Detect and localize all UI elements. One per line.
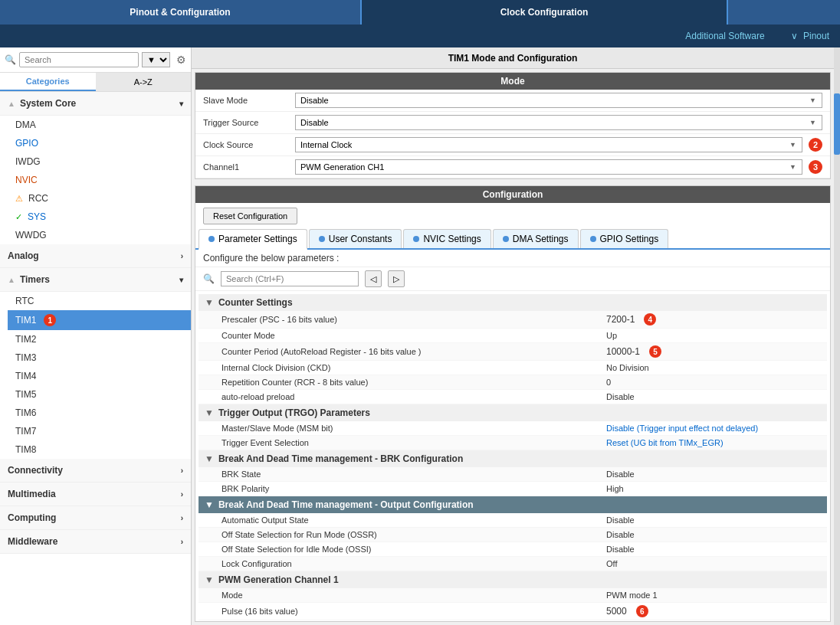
- tab-gpio-settings[interactable]: GPIO Settings: [580, 229, 669, 248]
- sidebar-item-tim5[interactable]: TIM5: [8, 385, 191, 404]
- system-core-header[interactable]: ▲ System Core ▾: [0, 92, 191, 116]
- param-counter-mode: Counter Mode Up: [199, 329, 827, 343]
- middleware-header[interactable]: Middleware ›: [0, 530, 191, 554]
- search-icon: 🔍: [5, 54, 16, 65]
- group-counter-settings[interactable]: ▼ Counter Settings: [199, 294, 827, 311]
- trigger-source-row: Trigger Source Disable: [195, 112, 830, 134]
- sub-header-left: [0, 25, 360, 47]
- config-header: Configuration: [195, 186, 830, 203]
- sidebar-item-gpio[interactable]: GPIO: [8, 134, 191, 152]
- reset-config-button[interactable]: Reset Configuration: [203, 208, 297, 224]
- tab-dot-param: [208, 236, 215, 242]
- tab-dot-dma: [503, 236, 509, 242]
- param-auto-output: Automatic Output State Disable: [199, 513, 827, 528]
- config-info-text: Configure the below parameters :: [195, 250, 830, 267]
- pulse-badge: 6: [636, 605, 648, 617]
- main-layout: 🔍 ▼ ⚙ Categories A->Z ▲ System Core ▾ DM…: [0, 47, 840, 625]
- section-system-core: ▲ System Core ▾ DMA GPIO IWDG NVIC RCC S…: [0, 92, 191, 244]
- sidebar-item-tim8[interactable]: TIM8: [8, 440, 191, 459]
- sidebar-item-wwdg[interactable]: WWDG: [8, 226, 191, 244]
- sidebar-item-nvic[interactable]: NVIC: [8, 171, 191, 189]
- param-lock: Lock Configuration Off: [199, 557, 827, 571]
- timers-items: RTC TIM1 1 TIM2 TIM3 TIM4 TIM5 TIM6 TIM7…: [0, 292, 191, 459]
- nav-next-button[interactable]: ▷: [388, 270, 405, 287]
- param-search-input[interactable]: [221, 271, 359, 286]
- clock-source-badge: 2: [809, 138, 822, 152]
- mode-section: Mode Slave Mode Disable Trigger Source D…: [195, 72, 831, 179]
- expand-middleware-icon: ›: [181, 538, 183, 546]
- search-input[interactable]: [19, 52, 139, 67]
- toggle-output-icon: ▼: [205, 499, 214, 510]
- sidebar-item-rcc[interactable]: RCC: [8, 189, 191, 208]
- toggle-counter-icon: ▼: [205, 297, 214, 308]
- scrollbar[interactable]: [834, 47, 840, 625]
- trigger-source-select[interactable]: Disable: [295, 115, 822, 130]
- expand-analog-icon: ›: [181, 252, 183, 260]
- nav-prev-button[interactable]: ◁: [365, 270, 382, 287]
- tab-dot-user: [319, 236, 325, 242]
- scrollbar-thumb: [834, 93, 840, 155]
- sidebar-item-rtc[interactable]: RTC: [8, 292, 191, 310]
- tab-categories[interactable]: Categories: [0, 73, 96, 91]
- slave-mode-label: Slave Mode: [203, 96, 295, 105]
- clock-source-select[interactable]: Internal Clock: [295, 137, 802, 152]
- analog-header[interactable]: Analog ›: [0, 244, 191, 268]
- pinout-link[interactable]: ∨ Pinout: [791, 31, 832, 41]
- tab-dot-gpio: [590, 236, 596, 242]
- prescaler-badge: 4: [644, 313, 656, 326]
- param-autoreload: auto-reload preload Disable: [199, 390, 827, 404]
- gear-icon[interactable]: ⚙: [176, 54, 186, 66]
- sidebar-content: ▲ System Core ▾ DMA GPIO IWDG NVIC RCC S…: [0, 92, 191, 625]
- content-area: TIM1 Mode and Configuration Mode Slave M…: [192, 47, 834, 625]
- slave-mode-select[interactable]: Disable: [295, 93, 822, 108]
- group-brk-config[interactable]: ▼ Break And Dead Time management - BRK C…: [199, 450, 827, 467]
- header-right: [728, 0, 840, 25]
- system-core-items: DMA GPIO IWDG NVIC RCC SYS WWDG: [0, 116, 191, 244]
- tab-nvic-settings[interactable]: NVIC Settings: [403, 229, 491, 248]
- sidebar-item-tim6[interactable]: TIM6: [8, 404, 191, 422]
- channel1-badge: 3: [809, 160, 822, 174]
- additional-software-link[interactable]: Additional Software: [685, 31, 767, 41]
- tab-dma-settings[interactable]: DMA Settings: [493, 229, 579, 248]
- tab-parameter-settings[interactable]: Parameter Settings: [199, 229, 307, 250]
- sidebar-item-sys[interactable]: SYS: [8, 208, 191, 226]
- tab-user-constants[interactable]: User Constants: [309, 229, 402, 248]
- param-trigger-event: Trigger Event Selection Reset (UG bit fr…: [199, 436, 827, 450]
- group-output-config[interactable]: ▼ Break And Dead Time management - Outpu…: [199, 496, 827, 513]
- sidebar-item-dma[interactable]: DMA: [8, 116, 191, 134]
- section-middleware: Middleware ›: [0, 530, 191, 554]
- computing-header[interactable]: Computing ›: [0, 506, 191, 530]
- param-pulse: Pulse (16 bits value) 5000 6: [199, 603, 827, 620]
- section-timers: ▲ Timers ▾ RTC TIM1 1 TIM2 TIM3 TIM4 TIM…: [0, 268, 191, 459]
- sidebar-item-tim1[interactable]: TIM1 1: [8, 310, 191, 330]
- sidebar-item-iwdg[interactable]: IWDG: [8, 152, 191, 171]
- connectivity-header[interactable]: Connectivity ›: [0, 459, 191, 483]
- counter-period-badge: 5: [649, 345, 661, 358]
- tab-az[interactable]: A->Z: [96, 73, 192, 91]
- search-select[interactable]: ▼: [142, 52, 170, 67]
- tabs-bar: Parameter Settings User Constants NVIC S…: [195, 229, 830, 250]
- sidebar-item-tim2[interactable]: TIM2: [8, 330, 191, 348]
- sidebar-item-tim7[interactable]: TIM7: [8, 422, 191, 440]
- toggle-trigger-icon: ▼: [205, 407, 214, 418]
- tab-dot-nvic: [413, 236, 419, 242]
- channel1-select[interactable]: PWM Generation CH1: [295, 159, 802, 175]
- section-analog: Analog ›: [0, 244, 191, 268]
- param-repetition: Repetition Counter (RCR - 8 bits value) …: [199, 375, 827, 390]
- group-trigger-output[interactable]: ▼ Trigger Output (TRGO) Parameters: [199, 404, 827, 421]
- up-arrow-timers-icon: ▲: [8, 276, 15, 284]
- sidebar-item-tim4[interactable]: TIM4: [8, 367, 191, 385]
- param-ossi: Off State Selection for Idle Mode (OSSI)…: [199, 542, 827, 557]
- expand-timers-icon: ▾: [179, 276, 183, 284]
- header-clock-config: Clock Configuration: [360, 0, 728, 25]
- config-section: Configuration Reset Configuration Parame…: [195, 185, 831, 622]
- multimedia-header[interactable]: Multimedia ›: [0, 483, 191, 506]
- sub-header: Additional Software ∨ Pinout: [0, 25, 840, 47]
- sidebar: 🔍 ▼ ⚙ Categories A->Z ▲ System Core ▾ DM…: [0, 47, 192, 625]
- timers-header[interactable]: ▲ Timers ▾: [0, 268, 191, 292]
- channel1-select-wrapper: PWM Generation CH1: [295, 159, 802, 175]
- sidebar-item-tim3[interactable]: TIM3: [8, 348, 191, 367]
- group-pwm-ch1[interactable]: ▼ PWM Generation Channel 1: [199, 571, 827, 588]
- header-pinout-config: Pinout & Configuration: [0, 0, 360, 25]
- up-arrow-icon: ▲: [8, 100, 15, 108]
